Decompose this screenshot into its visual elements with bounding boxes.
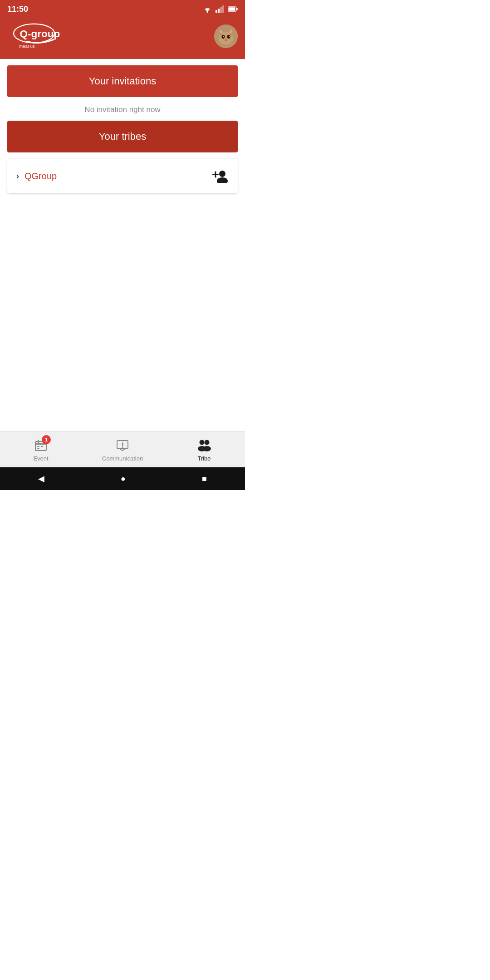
svg-point-42 <box>203 446 211 451</box>
nav-item-communication[interactable]: Communication <box>82 437 163 462</box>
android-back-button[interactable]: ◀ <box>38 474 44 484</box>
no-invitation-text: No invitation right now <box>0 105 245 114</box>
tribe-card-qgroup[interactable]: › QGroup <box>7 159 238 193</box>
app-header: Q-group meat us <box>0 18 245 59</box>
svg-point-23 <box>225 39 227 40</box>
signal-icon <box>215 5 225 13</box>
svg-rect-27 <box>215 172 216 178</box>
svg-rect-30 <box>38 440 39 443</box>
svg-point-39 <box>200 440 205 445</box>
add-person-icon <box>211 169 229 183</box>
battery-icon <box>228 5 238 13</box>
svg-rect-5 <box>220 7 222 13</box>
avatar[interactable] <box>214 24 238 48</box>
status-icons <box>202 5 238 13</box>
tribe-icon-wrap <box>196 437 212 453</box>
svg-text:meat us: meat us <box>19 44 35 49</box>
tribe-name-row: › QGroup <box>16 171 57 181</box>
status-bar: 11:50 <box>0 0 245 18</box>
tribes-banner[interactable]: Your tribes <box>7 121 238 152</box>
svg-point-25 <box>217 177 228 183</box>
svg-rect-37 <box>122 442 123 446</box>
svg-rect-33 <box>41 446 43 447</box>
svg-point-24 <box>219 171 225 177</box>
invitations-banner[interactable]: Your invitations <box>7 65 238 97</box>
nav-item-event[interactable]: 1 Event <box>0 437 82 462</box>
nav-item-tribe[interactable]: Tribe <box>163 437 245 462</box>
svg-rect-8 <box>236 8 238 10</box>
communication-label: Communication <box>102 455 143 462</box>
svg-rect-4 <box>218 9 220 13</box>
logo: Q-group meat us <box>7 22 66 51</box>
svg-rect-9 <box>228 7 235 11</box>
svg-point-21 <box>223 36 224 37</box>
svg-rect-32 <box>37 446 39 447</box>
tribe-name: QGroup <box>24 171 57 181</box>
bottom-nav: 1 Event Communication Tri <box>0 431 245 467</box>
svg-point-22 <box>229 36 230 37</box>
android-recents-button[interactable]: ■ <box>202 474 207 484</box>
svg-rect-6 <box>222 5 224 13</box>
android-nav: ◀ ● ■ <box>0 467 245 490</box>
avatar-image <box>214 24 238 48</box>
tribe-icon <box>196 438 212 452</box>
svg-text:Q-group: Q-group <box>20 28 60 39</box>
communication-icon-wrap <box>114 437 131 453</box>
svg-point-14 <box>219 32 233 44</box>
logo-svg: Q-group meat us <box>7 22 66 49</box>
svg-point-38 <box>122 446 123 448</box>
event-label: Event <box>33 455 48 462</box>
invitations-title: Your invitations <box>89 75 156 87</box>
tribes-title: Your tribes <box>99 131 146 142</box>
svg-point-41 <box>205 440 210 445</box>
status-time: 11:50 <box>7 5 28 14</box>
svg-point-2 <box>206 11 208 13</box>
svg-rect-34 <box>37 448 39 449</box>
tribe-label: Tribe <box>197 455 211 462</box>
svg-point-19 <box>222 35 225 39</box>
add-person-button[interactable] <box>211 169 229 183</box>
chevron-right-icon: › <box>16 172 19 181</box>
event-badge: 1 <box>42 435 51 444</box>
communication-icon <box>115 438 130 452</box>
android-home-button[interactable]: ● <box>121 474 126 484</box>
svg-point-20 <box>227 35 230 39</box>
event-icon-wrap: 1 <box>33 437 49 453</box>
svg-marker-36 <box>120 449 125 451</box>
wifi-icon <box>202 5 212 13</box>
svg-rect-3 <box>216 10 217 13</box>
